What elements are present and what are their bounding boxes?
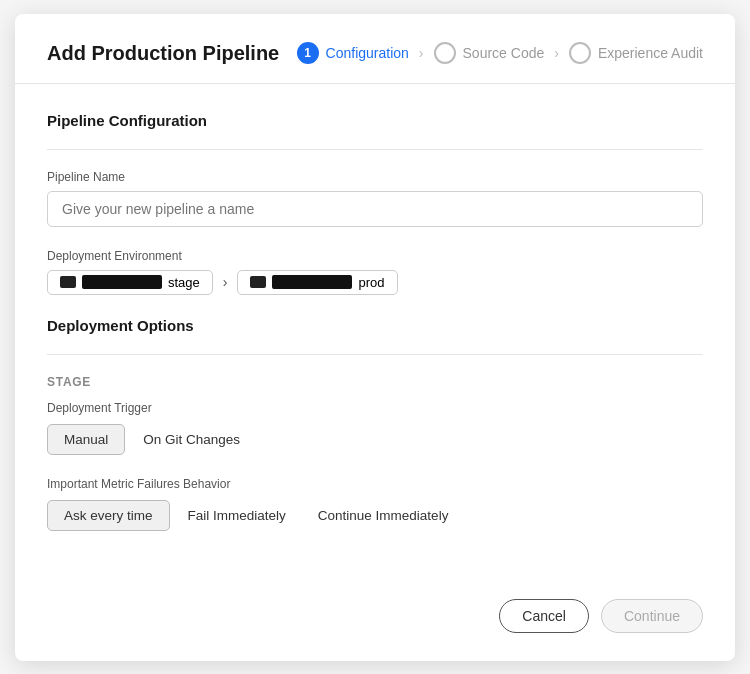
metric-continue-immediately-button[interactable]: Continue Immediately — [302, 501, 465, 530]
env-chip-stage: stage — [47, 270, 213, 295]
step-arrow-1: › — [419, 45, 424, 61]
section-divider — [47, 149, 703, 150]
step-label-configuration: Configuration — [326, 45, 409, 61]
env-chip-prod: prod — [237, 270, 397, 295]
trigger-manual-button[interactable]: Manual — [47, 424, 125, 455]
modal-body: Pipeline Configuration Pipeline Name Dep… — [15, 84, 735, 581]
pipeline-name-input[interactable] — [47, 191, 703, 227]
step-label-source-code: Source Code — [463, 45, 545, 61]
stage-label: STAGE — [47, 375, 703, 389]
step-label-experience-audit: Experience Audit — [598, 45, 703, 61]
pipeline-config-title: Pipeline Configuration — [47, 112, 703, 129]
deployment-trigger-group: Manual On Git Changes — [47, 424, 703, 455]
trigger-git-changes-button[interactable]: On Git Changes — [127, 425, 256, 454]
env-redacted-stage — [82, 275, 162, 289]
metric-failures-block: Important Metric Failures Behavior Ask e… — [47, 477, 703, 531]
modal-header: Add Production Pipeline 1 Configuration … — [15, 14, 735, 84]
modal-footer: Cancel Continue — [15, 581, 735, 661]
metric-failures-group: Ask every time Fail Immediately Continue… — [47, 500, 703, 531]
pipeline-name-label: Pipeline Name — [47, 170, 703, 184]
cancel-button[interactable]: Cancel — [499, 599, 589, 633]
env-arrow: › — [223, 274, 228, 290]
metric-ask-every-time-button[interactable]: Ask every time — [47, 500, 170, 531]
stepper: 1 Configuration › Source Code › Experien… — [297, 42, 703, 64]
metric-failures-label: Important Metric Failures Behavior — [47, 477, 703, 491]
step-configuration[interactable]: 1 Configuration — [297, 42, 409, 64]
step-experience-audit[interactable]: Experience Audit — [569, 42, 703, 64]
deployment-options-divider — [47, 354, 703, 355]
add-pipeline-modal: Add Production Pipeline 1 Configuration … — [15, 14, 735, 661]
env-row: stage › prod — [47, 270, 703, 295]
deployment-options-title: Deployment Options — [47, 317, 703, 334]
step-source-code[interactable]: Source Code — [434, 42, 545, 64]
step-circle-experience-audit — [569, 42, 591, 64]
continue-button[interactable]: Continue — [601, 599, 703, 633]
deployment-trigger-label: Deployment Trigger — [47, 401, 703, 415]
env-stage-label: stage — [168, 275, 200, 290]
modal-title: Add Production Pipeline — [47, 42, 279, 65]
deployment-trigger-block: Deployment Trigger Manual On Git Changes — [47, 401, 703, 455]
pipeline-name-field: Pipeline Name — [47, 170, 703, 227]
step-circle-configuration: 1 — [297, 42, 319, 64]
deployment-env-label: Deployment Environment — [47, 249, 703, 263]
env-redacted-prod — [272, 275, 352, 289]
deployment-env-field: Deployment Environment stage › prod — [47, 249, 703, 295]
metric-fail-immediately-button[interactable]: Fail Immediately — [172, 501, 302, 530]
env-icon-prod — [250, 276, 266, 288]
env-prod-label: prod — [358, 275, 384, 290]
step-circle-source-code — [434, 42, 456, 64]
env-icon-stage — [60, 276, 76, 288]
step-arrow-2: › — [554, 45, 559, 61]
